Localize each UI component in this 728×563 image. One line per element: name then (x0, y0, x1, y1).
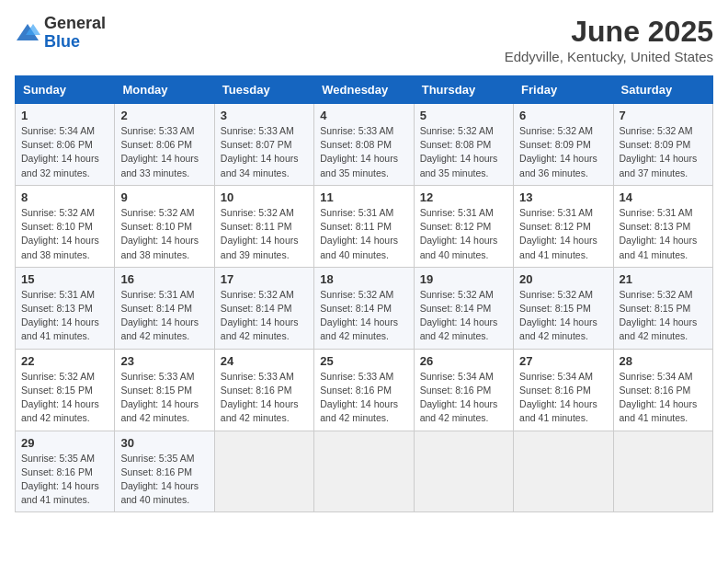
day-number: 26 (420, 354, 507, 368)
day-number: 9 (120, 190, 208, 204)
day-number: 1 (21, 109, 108, 122)
day-info: Sunrise: 5:32 AMSunset: 8:09 PMDaylight:… (519, 124, 607, 180)
day-info: Sunrise: 5:33 AMSunset: 8:08 PMDaylight:… (320, 124, 407, 180)
logo: General Blue (15, 15, 106, 52)
calendar-cell: 14Sunrise: 5:31 AMSunset: 8:13 PMDayligh… (613, 185, 712, 267)
calendar-cell: 27Sunrise: 5:34 AMSunset: 8:16 PMDayligh… (514, 349, 613, 431)
day-info: Sunrise: 5:35 AMSunset: 8:16 PMDaylight:… (21, 452, 108, 508)
day-number: 15 (21, 272, 108, 286)
weekday-header-monday: Monday (115, 76, 214, 104)
day-info: Sunrise: 5:34 AMSunset: 8:16 PMDaylight:… (620, 370, 707, 426)
calendar-cell: 30Sunrise: 5:35 AMSunset: 8:16 PMDayligh… (115, 431, 214, 512)
day-info: Sunrise: 5:33 AMSunset: 8:06 PMDaylight:… (120, 124, 208, 180)
calendar-cell: 18Sunrise: 5:32 AMSunset: 8:14 PMDayligh… (314, 267, 414, 349)
day-number: 14 (620, 190, 707, 204)
weekday-header-saturday: Saturday (613, 76, 712, 104)
day-number: 16 (120, 272, 208, 286)
day-number: 18 (320, 272, 407, 286)
logo-general: General (44, 15, 106, 33)
calendar-week-2: 8Sunrise: 5:32 AMSunset: 8:10 PMDaylight… (16, 185, 713, 267)
day-number: 28 (620, 354, 707, 368)
logo-icon (15, 20, 40, 46)
calendar-week-3: 15Sunrise: 5:31 AMSunset: 8:13 PMDayligh… (16, 267, 713, 349)
day-info: Sunrise: 5:31 AMSunset: 8:13 PMDaylight:… (21, 288, 108, 344)
calendar-cell: 28Sunrise: 5:34 AMSunset: 8:16 PMDayligh… (613, 349, 712, 431)
calendar-cell: 13Sunrise: 5:31 AMSunset: 8:12 PMDayligh… (514, 185, 613, 267)
calendar-cell (314, 431, 414, 512)
calendar-cell: 3Sunrise: 5:33 AMSunset: 8:07 PMDaylight… (214, 104, 313, 186)
calendar-cell: 16Sunrise: 5:31 AMSunset: 8:14 PMDayligh… (115, 267, 214, 349)
day-info: Sunrise: 5:32 AMSunset: 8:15 PMDaylight:… (620, 288, 707, 344)
day-number: 23 (120, 354, 208, 368)
weekday-header-thursday: Thursday (414, 76, 513, 104)
calendar-cell: 19Sunrise: 5:32 AMSunset: 8:14 PMDayligh… (414, 267, 513, 349)
day-number: 13 (519, 190, 607, 204)
day-number: 6 (519, 109, 607, 122)
calendar-week-5: 29Sunrise: 5:35 AMSunset: 8:16 PMDayligh… (16, 431, 713, 512)
day-number: 20 (519, 272, 607, 286)
day-info: Sunrise: 5:34 AMSunset: 8:16 PMDaylight:… (519, 370, 607, 426)
day-number: 17 (221, 272, 308, 286)
day-info: Sunrise: 5:31 AMSunset: 8:14 PMDaylight:… (120, 288, 208, 344)
calendar-cell: 6Sunrise: 5:32 AMSunset: 8:09 PMDaylight… (514, 104, 613, 186)
logo-text: General Blue (44, 15, 106, 52)
day-info: Sunrise: 5:33 AMSunset: 8:07 PMDaylight:… (221, 124, 308, 180)
calendar-cell: 24Sunrise: 5:33 AMSunset: 8:16 PMDayligh… (214, 349, 313, 431)
day-info: Sunrise: 5:32 AMSunset: 8:08 PMDaylight:… (420, 124, 507, 180)
calendar-cell: 23Sunrise: 5:33 AMSunset: 8:15 PMDayligh… (115, 349, 214, 431)
calendar-cell (214, 431, 313, 512)
calendar-cell: 11Sunrise: 5:31 AMSunset: 8:11 PMDayligh… (314, 185, 414, 267)
calendar-cell (613, 431, 712, 512)
weekday-header-row: SundayMondayTuesdayWednesdayThursdayFrid… (16, 76, 713, 104)
day-info: Sunrise: 5:35 AMSunset: 8:16 PMDaylight:… (120, 452, 208, 508)
calendar-cell: 9Sunrise: 5:32 AMSunset: 8:10 PMDaylight… (115, 185, 214, 267)
day-number: 7 (620, 109, 707, 122)
weekday-header-wednesday: Wednesday (314, 76, 414, 104)
day-number: 22 (21, 354, 108, 368)
day-number: 25 (320, 354, 407, 368)
day-number: 8 (21, 190, 108, 204)
day-info: Sunrise: 5:34 AMSunset: 8:06 PMDaylight:… (21, 124, 108, 180)
day-info: Sunrise: 5:32 AMSunset: 8:14 PMDaylight:… (320, 288, 407, 344)
day-number: 12 (420, 190, 507, 204)
calendar-cell: 20Sunrise: 5:32 AMSunset: 8:15 PMDayligh… (514, 267, 613, 349)
calendar-cell: 26Sunrise: 5:34 AMSunset: 8:16 PMDayligh… (414, 349, 513, 431)
day-number: 10 (221, 190, 308, 204)
calendar-week-1: 1Sunrise: 5:34 AMSunset: 8:06 PMDaylight… (16, 104, 713, 186)
month-title: June 2025 (505, 15, 713, 49)
calendar-cell: 2Sunrise: 5:33 AMSunset: 8:06 PMDaylight… (115, 104, 214, 186)
calendar-cell: 21Sunrise: 5:32 AMSunset: 8:15 PMDayligh… (613, 267, 712, 349)
calendar-cell (414, 431, 513, 512)
day-info: Sunrise: 5:32 AMSunset: 8:11 PMDaylight:… (221, 206, 308, 262)
day-number: 2 (120, 109, 208, 122)
day-info: Sunrise: 5:32 AMSunset: 8:14 PMDaylight:… (221, 288, 308, 344)
location: Eddyville, Kentucky, United States (505, 49, 713, 64)
day-info: Sunrise: 5:32 AMSunset: 8:09 PMDaylight:… (620, 124, 707, 180)
title-area: June 2025 Eddyville, Kentucky, United St… (505, 15, 713, 64)
logo-blue: Blue (44, 33, 106, 52)
day-info: Sunrise: 5:31 AMSunset: 8:11 PMDaylight:… (320, 206, 407, 262)
day-info: Sunrise: 5:34 AMSunset: 8:16 PMDaylight:… (420, 370, 507, 426)
calendar-cell: 25Sunrise: 5:33 AMSunset: 8:16 PMDayligh… (314, 349, 414, 431)
page-header: General Blue June 2025 Eddyville, Kentuc… (15, 15, 713, 64)
day-info: Sunrise: 5:32 AMSunset: 8:14 PMDaylight:… (420, 288, 507, 344)
day-info: Sunrise: 5:33 AMSunset: 8:16 PMDaylight:… (320, 370, 407, 426)
day-number: 21 (620, 272, 707, 286)
calendar-cell (514, 431, 613, 512)
day-info: Sunrise: 5:33 AMSunset: 8:16 PMDaylight:… (221, 370, 308, 426)
day-number: 3 (221, 109, 308, 122)
weekday-header-sunday: Sunday (16, 76, 115, 104)
calendar-cell: 15Sunrise: 5:31 AMSunset: 8:13 PMDayligh… (16, 267, 115, 349)
calendar-table: SundayMondayTuesdayWednesdayThursdayFrid… (15, 75, 713, 512)
day-info: Sunrise: 5:32 AMSunset: 8:10 PMDaylight:… (120, 206, 208, 262)
day-info: Sunrise: 5:31 AMSunset: 8:12 PMDaylight:… (519, 206, 607, 262)
calendar-cell: 5Sunrise: 5:32 AMSunset: 8:08 PMDaylight… (414, 104, 513, 186)
weekday-header-friday: Friday (514, 76, 613, 104)
day-info: Sunrise: 5:31 AMSunset: 8:13 PMDaylight:… (620, 206, 707, 262)
day-number: 27 (519, 354, 607, 368)
calendar-cell: 1Sunrise: 5:34 AMSunset: 8:06 PMDaylight… (16, 104, 115, 186)
day-number: 5 (420, 109, 507, 122)
calendar-cell: 12Sunrise: 5:31 AMSunset: 8:12 PMDayligh… (414, 185, 513, 267)
weekday-header-tuesday: Tuesday (214, 76, 313, 104)
day-info: Sunrise: 5:31 AMSunset: 8:12 PMDaylight:… (420, 206, 507, 262)
